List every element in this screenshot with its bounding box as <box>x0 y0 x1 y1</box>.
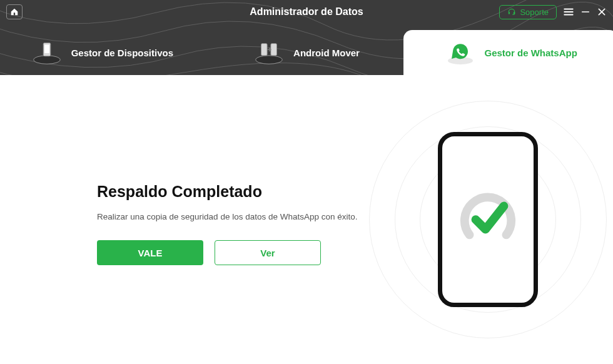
tab-label: Gestor de Dispositivos <box>71 48 173 58</box>
android-mover-icon <box>253 40 285 65</box>
home-icon <box>10 8 19 16</box>
title-bar: Administrador de Datos Soporte <box>0 0 613 24</box>
menu-button[interactable] <box>563 6 574 18</box>
status-subtitle: Realizar una copia de seguridad de los d… <box>97 212 363 221</box>
tab-bar: Gestor de Dispositivos Android Mover <box>0 24 613 75</box>
minimize-button[interactable] <box>580 7 590 17</box>
tab-whatsapp-manager[interactable]: Gestor de WhatsApp <box>408 30 613 75</box>
home-button[interactable] <box>6 4 23 19</box>
svg-point-5 <box>256 56 282 64</box>
svg-rect-0 <box>509 12 510 14</box>
phone-illustration <box>438 132 538 307</box>
success-check-icon <box>457 189 519 250</box>
svg-rect-4 <box>44 45 49 53</box>
button-row: VALE Ver <box>97 240 363 265</box>
close-icon <box>597 7 607 17</box>
support-button[interactable]: Soporte <box>499 5 557 19</box>
device-manager-icon <box>31 40 63 65</box>
tab-label: Android Mover <box>293 48 360 58</box>
headset-icon <box>507 8 516 16</box>
svg-rect-6 <box>261 44 268 56</box>
svg-rect-7 <box>271 44 277 56</box>
minimize-icon <box>580 7 590 17</box>
svg-point-2 <box>33 56 59 64</box>
close-button[interactable] <box>597 7 607 17</box>
status-pane: Respaldo Completado Realizar una copia d… <box>0 75 363 364</box>
ok-button[interactable]: VALE <box>97 240 203 265</box>
whatsapp-icon <box>445 40 476 65</box>
view-button[interactable]: Ver <box>215 240 321 265</box>
main-content: Respaldo Completado Realizar una copia d… <box>0 75 613 364</box>
svg-rect-1 <box>514 12 515 14</box>
tab-device-manager[interactable]: Gestor de Dispositivos <box>0 30 205 75</box>
illustration-pane <box>363 75 613 364</box>
tab-label: Gestor de WhatsApp <box>485 48 577 58</box>
support-label: Soporte <box>520 8 549 17</box>
status-title: Respaldo Completado <box>97 183 363 201</box>
window-controls: Soporte <box>499 5 607 19</box>
tab-android-mover[interactable]: Android Mover <box>205 30 409 75</box>
hamburger-icon <box>563 6 574 18</box>
header: Administrador de Datos Soporte <box>0 0 613 75</box>
